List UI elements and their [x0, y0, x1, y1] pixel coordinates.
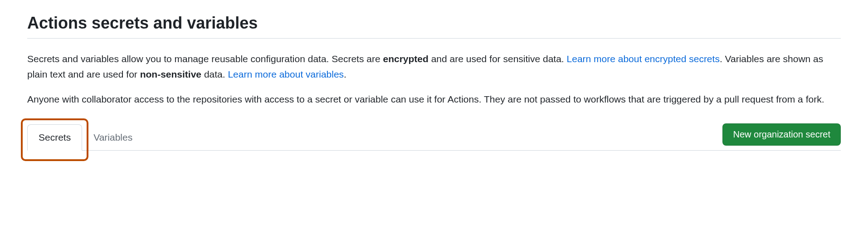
tab-variables[interactable]: Variables: [82, 124, 144, 151]
page-title: Actions secrets and variables: [27, 14, 841, 39]
tabs-container: Secrets Variables: [27, 124, 144, 150]
desc-text: data.: [201, 69, 228, 79]
tab-secrets[interactable]: Secrets: [27, 124, 82, 151]
desc-text: and are used for sensitive data.: [429, 54, 567, 64]
desc-strong-encrypted: encrypted: [383, 54, 428, 64]
description-paragraph-2: Anyone with collaborator access to the r…: [27, 92, 841, 107]
new-organization-secret-button[interactable]: New organization secret: [722, 123, 841, 146]
desc-text: .: [344, 69, 346, 79]
description-block: Secrets and variables allow you to manag…: [27, 51, 841, 107]
description-paragraph-1: Secrets and variables allow you to manag…: [27, 51, 841, 82]
desc-text: Secrets and variables allow you to manag…: [27, 54, 383, 64]
learn-more-variables-link[interactable]: Learn more about variables: [228, 69, 344, 79]
tab-row: Secrets Variables New organization secre…: [27, 123, 841, 151]
learn-more-secrets-link[interactable]: Learn more about encrypted secrets: [567, 54, 720, 64]
desc-strong-nonsensitive: non-sensitive: [140, 69, 201, 79]
